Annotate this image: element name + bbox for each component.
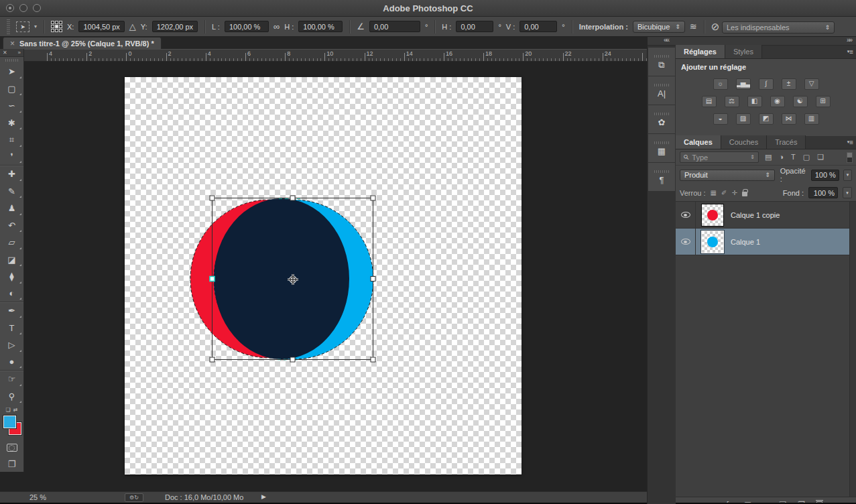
- tool-button[interactable]: ✒: [0, 302, 23, 320]
- cancel-transform-icon[interactable]: ⊘: [711, 21, 720, 33]
- layer-filter-icon[interactable]: ▢: [803, 153, 810, 162]
- tool-button[interactable]: ▱: [0, 234, 23, 251]
- relative-position-icon[interactable]: △: [129, 21, 136, 32]
- collapse-to-icons-left[interactable]: ««: [664, 36, 668, 44]
- tool-button[interactable]: ⌗: [0, 131, 23, 149]
- workspace-switcher[interactable]: Les indispensables ⇕: [722, 21, 835, 34]
- panel-tab[interactable]: Styles: [725, 45, 762, 58]
- layer-visibility-cell[interactable]: [676, 229, 696, 255]
- layers-scroll-gutter[interactable]: [849, 202, 856, 497]
- document-canvas[interactable]: [125, 77, 522, 475]
- layer-filter-select[interactable]: ⚲ Type ⇕: [680, 151, 759, 163]
- adjustment-icon[interactable]: ▽: [804, 78, 819, 90]
- color-mini-controls[interactable]: ❏ ⇄: [0, 405, 23, 414]
- close-tools-icon[interactable]: ✕: [3, 50, 7, 56]
- adjustment-icon[interactable]: ⚖: [725, 96, 739, 107]
- screen-mode-cell[interactable]: ❐: [0, 456, 23, 472]
- adjustment-icon[interactable]: ⋈: [782, 113, 796, 125]
- width-input[interactable]: 100,00 %: [225, 21, 269, 32]
- tool-preset-arrow-icon[interactable]: ▾: [34, 23, 37, 29]
- adjustment-icon[interactable]: ◩: [759, 113, 774, 125]
- swap-colors-icon[interactable]: ⇄: [13, 407, 18, 413]
- document-tab[interactable]: × Sans titre-1 @ 25% (Calque 1, RVB/8) *: [3, 37, 162, 49]
- opacity-field[interactable]: 100 %: [811, 170, 839, 181]
- zoom-window-button[interactable]: [33, 4, 41, 12]
- height-input[interactable]: 100,00 %: [298, 21, 343, 32]
- layer-row[interactable]: Calque 1: [676, 229, 849, 255]
- filter-toggle-switch[interactable]: [847, 152, 853, 163]
- minimize-window-button[interactable]: [19, 4, 27, 12]
- default-colors-icon[interactable]: ❏: [6, 407, 11, 413]
- panel-tab[interactable]: Réglages: [676, 45, 725, 58]
- link-dimensions-icon[interactable]: ∞: [273, 21, 280, 32]
- tool-button[interactable]: ◪: [0, 251, 23, 269]
- collapsed-panel-button[interactable]: ▦: [648, 134, 675, 162]
- lock-transparency-icon[interactable]: ▦: [711, 189, 717, 196]
- tool-button[interactable]: ↶: [0, 217, 23, 235]
- layer-filter-icon[interactable]: ◑: [779, 153, 784, 162]
- adjustment-icon[interactable]: ☼: [713, 78, 728, 90]
- adjustment-icon[interactable]: ◉: [770, 96, 785, 107]
- adjustment-icon[interactable]: ▨: [736, 113, 751, 125]
- layer-thumbnail[interactable]: [701, 231, 724, 253]
- adjustment-icon[interactable]: ⊞: [816, 96, 831, 107]
- options-bar-grip[interactable]: [7, 19, 10, 34]
- adjustment-icon[interactable]: ▥: [804, 113, 819, 125]
- tool-button[interactable]: ❜: [0, 149, 23, 166]
- layer-visibility-cell[interactable]: [676, 202, 696, 229]
- collapse-tools-icon[interactable]: »: [18, 50, 21, 56]
- fill-field[interactable]: 100 %: [808, 187, 838, 198]
- status-flyout-arrow-icon[interactable]: ▶: [261, 493, 266, 500]
- horizontal-ruler[interactable]: 42024681012141618202224: [24, 49, 647, 62]
- tool-button[interactable]: ✎: [0, 183, 23, 200]
- transform-tool-icon[interactable]: ➤: [16, 21, 29, 32]
- opacity-dropdown-button[interactable]: ▾: [843, 170, 852, 181]
- collapsed-panel-button[interactable]: ¶: [648, 163, 675, 191]
- close-document-icon[interactable]: ×: [10, 40, 15, 48]
- tool-button[interactable]: ●: [0, 354, 23, 371]
- skew-h-input[interactable]: 0,00: [456, 21, 493, 32]
- layer-thumbnail[interactable]: [701, 204, 724, 227]
- lock-position-icon[interactable]: ✛: [731, 189, 737, 196]
- layer-filter-icon[interactable]: ▤: [765, 153, 772, 162]
- y-input[interactable]: 1202,00 px: [152, 21, 198, 32]
- fill-dropdown-button[interactable]: ▾: [843, 187, 852, 198]
- close-window-button[interactable]: [6, 4, 14, 12]
- layer-row[interactable]: Calque 1 copie: [676, 202, 849, 229]
- tool-button[interactable]: T: [0, 320, 23, 337]
- quick-mask-cell[interactable]: [0, 440, 23, 456]
- skew-v-input[interactable]: 0,00: [519, 21, 557, 32]
- panel-menu-icon[interactable]: ▾≡: [847, 139, 853, 146]
- angle-input[interactable]: 0,00: [369, 21, 420, 32]
- lock-pixels-icon[interactable]: ✐: [721, 189, 727, 196]
- blend-mode-select[interactable]: Produit ⇕: [680, 170, 775, 181]
- tool-button[interactable]: ◐: [0, 286, 23, 303]
- collapsed-panel-button[interactable]: ✿: [648, 105, 675, 133]
- panel-menu-icon[interactable]: ▾≡: [847, 48, 853, 56]
- tool-button[interactable]: ⚲: [0, 388, 23, 405]
- tool-button[interactable]: ✚: [0, 166, 23, 183]
- panel-tab[interactable]: Couches: [721, 135, 767, 149]
- tool-button[interactable]: ✱: [0, 115, 23, 132]
- warp-mode-icon[interactable]: ≋: [690, 21, 697, 32]
- adjustment-icon[interactable]: ▂▅▃: [736, 78, 751, 90]
- lock-all-icon[interactable]: [742, 192, 747, 196]
- adjustment-icon[interactable]: ◧: [747, 96, 762, 107]
- tool-button[interactable]: ∽: [0, 97, 23, 115]
- collapsed-panel-button[interactable]: ⧉: [648, 48, 675, 76]
- panel-tab[interactable]: Calques: [676, 135, 721, 149]
- collapsed-panel-button[interactable]: A|: [648, 76, 675, 105]
- zoom-level-field[interactable]: 25 %: [29, 493, 46, 501]
- tool-button[interactable]: ▢: [0, 80, 23, 98]
- tool-button[interactable]: ⧫: [0, 268, 23, 286]
- status-options-button[interactable]: ⚙↻: [125, 493, 143, 502]
- adjustment-icon[interactable]: ☯: [793, 96, 808, 107]
- adjustment-icon[interactable]: ±: [782, 78, 796, 90]
- tool-button[interactable]: ♟: [0, 200, 23, 217]
- tool-button[interactable]: ☞: [0, 371, 23, 388]
- mac-window-controls[interactable]: [6, 4, 41, 12]
- adjustment-icon[interactable]: ▤: [702, 96, 717, 107]
- tools-panel-grip[interactable]: [0, 57, 23, 63]
- tools-panel-header[interactable]: ✕ »: [0, 49, 23, 57]
- layer-filter-icon[interactable]: T: [791, 153, 796, 162]
